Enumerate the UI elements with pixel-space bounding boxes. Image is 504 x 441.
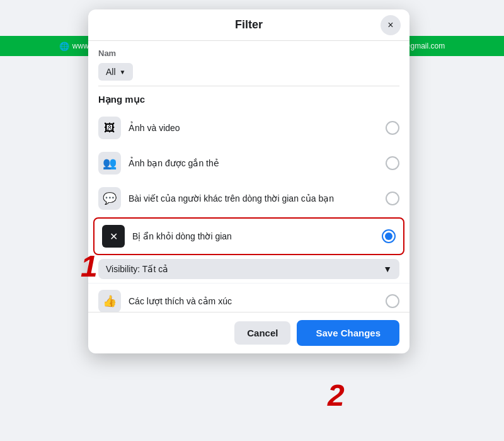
hangmuc-section: Hạng mục [88,86,410,110]
filter-item-likes[interactable]: 👍 Các lượt thích và cảm xúc [88,283,410,312]
likes-icon: 👍 [98,290,121,312]
save-changes-button[interactable]: Save Changes [297,320,399,346]
filter-item-bi-an[interactable]: ✕ Bị ẩn khỏi dòng thời gian [93,217,404,255]
visibility-dropdown[interactable]: Visibility: Tất cả ▼ [98,259,399,279]
cancel-button[interactable]: Cancel [234,321,290,345]
radio-anh-video[interactable] [386,121,399,135]
annotation-2: 2 [328,378,345,413]
filter-item-anh-video[interactable]: 🖼 Ảnh và video [88,110,410,146]
radio-bi-an[interactable] [382,229,396,243]
post-icon: 💬 [98,187,121,210]
globe-icon: 🌐 [59,42,69,51]
nam-label: Nam [98,49,399,58]
nam-section: Nam All ▼ [88,41,410,86]
visibility-label: Visibility: Tất cả [106,264,168,274]
radio-anh-ban[interactable] [386,156,399,170]
radio-likes[interactable] [386,294,399,308]
visibility-chevron-icon: ▼ [383,264,392,274]
modal-title: Filter [235,18,263,32]
modal-header: Filter × [88,9,410,41]
hidden-icon: ✕ [102,225,125,248]
photo-video-icon: 🖼 [98,117,121,139]
filter-item-text-4: Bị ẩn khỏi dòng thời gian [132,231,374,242]
chevron-down-icon: ▼ [120,69,126,76]
radio-bai-viet[interactable] [386,192,399,205]
nam-dropdown-value: All [106,67,116,77]
filter-item-likes-text: Các lượt thích và cảm xúc [129,295,378,307]
filter-item-text-3: Bài viết của người khác trên dòng thời g… [129,193,378,204]
modal-body: Nam All ▼ Hạng mục 🖼 Ảnh và video � [88,41,410,312]
hangmuc-label: Hạng mục [98,94,399,105]
filter-item-anh-ban[interactable]: 👥 Ảnh bạn được gắn thẻ [88,146,410,181]
close-button[interactable]: × [381,15,401,35]
filter-item-text-2: Ảnh bạn được gắn thẻ [129,158,378,169]
modal-footer: Cancel Save Changes [88,312,410,353]
tag-friends-icon: 👥 [98,152,121,175]
filter-item-text: Ảnh và video [129,122,378,134]
filter-modal: Filter × Nam All ▼ Hạng mục 🖼 Ảnh và vid… [88,9,410,353]
filter-list: 🖼 Ảnh và video 👥 Ảnh bạn được gắn thẻ 💬 … [88,110,410,312]
filter-item-bai-viet[interactable]: 💬 Bài viết của người khác trên dòng thời… [88,181,410,216]
nam-dropdown[interactable]: All ▼ [98,63,133,81]
annotation-1: 1 [81,249,98,284]
